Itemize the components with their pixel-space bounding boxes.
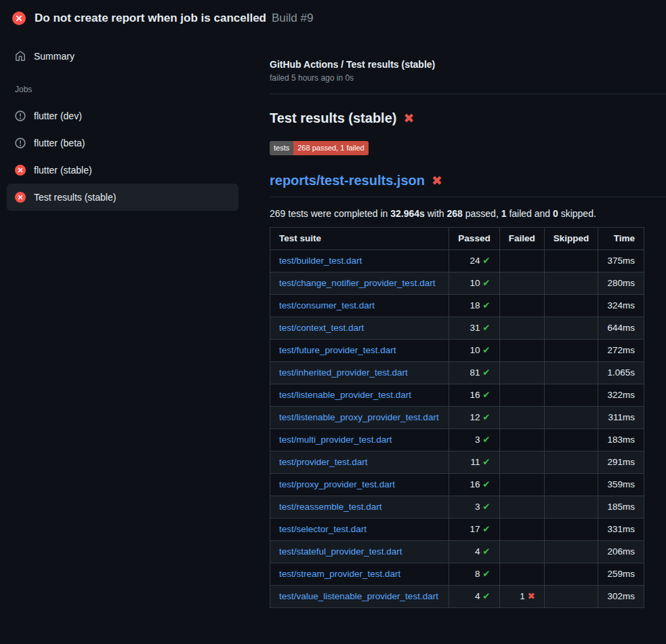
x-circle-icon bbox=[15, 165, 26, 176]
skipped-cell bbox=[544, 362, 598, 384]
suite-cell: test/reassemble_test.dart bbox=[270, 496, 449, 519]
test-suite-link[interactable]: test/inherited_provider_test.dart bbox=[279, 367, 408, 378]
passed-check-icon: ✔ bbox=[482, 546, 490, 557]
time-cell: 359ms bbox=[598, 474, 644, 496]
test-suite-link[interactable]: test/consumer_test.dart bbox=[279, 300, 375, 310]
table-row: test/future_provider_test.dart10 ✔272ms bbox=[270, 340, 644, 362]
skipped-cell bbox=[544, 273, 598, 295]
passed-cell: 16 ✔ bbox=[449, 384, 499, 407]
count-value: 16 bbox=[470, 479, 483, 489]
test-suite-link[interactable]: test/future_provider_test.dart bbox=[279, 345, 396, 355]
section-title-text: Test results (stable) bbox=[270, 110, 396, 126]
test-suite-link[interactable]: test/selector_test.dart bbox=[279, 524, 367, 534]
test-suite-link[interactable]: test/builder_test.dart bbox=[279, 256, 362, 266]
passed-check-icon: ✔ bbox=[482, 323, 490, 333]
failed-cell bbox=[499, 317, 544, 340]
test-suite-link[interactable]: test/context_test.dart bbox=[279, 323, 364, 333]
count-value: 8 bbox=[475, 569, 482, 579]
passed-check-icon: ✔ bbox=[482, 300, 490, 310]
failed-x-icon: ✖ bbox=[403, 112, 414, 125]
sidebar-item-flutter-beta[interactable]: flutter (beta) bbox=[7, 129, 238, 157]
sidebar-item-test-results-stable[interactable]: Test results (stable) bbox=[7, 184, 238, 211]
skipped-cell bbox=[544, 451, 598, 474]
summary-fragment: passed, bbox=[463, 208, 501, 219]
test-suite-link[interactable]: test/value_listenable_provider_test.dart bbox=[279, 591, 438, 601]
exclamation-circle-icon bbox=[15, 110, 26, 121]
report-title: reports/test-results.json ✖ bbox=[270, 173, 666, 197]
time-cell: 183ms bbox=[598, 429, 644, 451]
suite-cell: test/future_provider_test.dart bbox=[270, 340, 449, 362]
time-cell: 1.065s bbox=[598, 362, 644, 384]
count-value: 4 bbox=[475, 546, 482, 557]
count-value: 10 bbox=[470, 278, 483, 288]
test-suite-link[interactable]: test/stateful_provider_test.dart bbox=[279, 546, 402, 557]
passed-cell: 10 ✔ bbox=[449, 340, 499, 362]
col-skipped: Skipped bbox=[544, 228, 598, 250]
passed-check-icon: ✔ bbox=[482, 457, 490, 467]
count-value: 24 bbox=[470, 256, 483, 266]
x-circle-icon bbox=[15, 192, 26, 203]
page-title: Do not create report when job is cancell… bbox=[35, 12, 313, 25]
test-suite-link[interactable]: test/change_notifier_provider_test.dart bbox=[279, 278, 435, 288]
time-cell: 280ms bbox=[598, 273, 644, 295]
test-suite-link[interactable]: test/proxy_provider_test.dart bbox=[279, 479, 395, 489]
passed-check-icon: ✔ bbox=[482, 569, 490, 579]
tests-badge: tests 268 passed, 1 failed bbox=[270, 141, 369, 155]
passed-cell: 31 ✔ bbox=[449, 317, 499, 340]
home-icon bbox=[15, 51, 26, 62]
sidebar-item-summary[interactable]: Summary bbox=[7, 43, 238, 70]
test-suite-link[interactable]: test/multi_provider_test.dart bbox=[279, 435, 392, 445]
build-number: Build #9 bbox=[272, 12, 313, 25]
count-value: 3 bbox=[475, 502, 482, 512]
time-cell: 644ms bbox=[598, 317, 644, 340]
report-link[interactable]: reports/test-results.json bbox=[270, 173, 425, 188]
summary-fragment: skipped. bbox=[558, 208, 596, 219]
job-label: flutter (beta) bbox=[34, 138, 85, 148]
test-suite-link[interactable]: test/listenable_provider_test.dart bbox=[279, 390, 411, 400]
passed-cell: 3 ✔ bbox=[449, 496, 499, 519]
passed-check-icon: ✔ bbox=[482, 278, 490, 288]
time-cell: 375ms bbox=[598, 250, 644, 273]
skipped-cell bbox=[544, 429, 598, 451]
failed-cell bbox=[499, 295, 544, 317]
failed-cell bbox=[499, 340, 544, 362]
table-row: test/stream_provider_test.dart8 ✔259ms bbox=[270, 563, 644, 586]
skipped-cell bbox=[544, 519, 598, 541]
table-header-row: Test suite Passed Failed Skipped Time bbox=[270, 228, 644, 250]
passed-check-icon: ✔ bbox=[482, 591, 490, 601]
table-row: test/proxy_provider_test.dart16 ✔359ms bbox=[270, 474, 644, 496]
test-suite-link[interactable]: test/listenable_proxy_provider_test.dart bbox=[279, 412, 439, 422]
summary-fragment: failed and bbox=[507, 208, 554, 219]
badge-label: tests bbox=[270, 141, 293, 155]
time-cell: 302ms bbox=[598, 586, 644, 608]
passed-check-icon: ✔ bbox=[482, 390, 490, 400]
passed-check-icon: ✔ bbox=[482, 479, 490, 489]
table-row: test/inherited_provider_test.dart81 ✔1.0… bbox=[270, 362, 644, 384]
failed-cell bbox=[499, 496, 544, 519]
main-content: GitHub Actions / Test results (stable) f… bbox=[247, 33, 666, 608]
sidebar-item-flutter-dev[interactable]: flutter (dev) bbox=[7, 102, 238, 129]
summary-fragment: 268 bbox=[447, 208, 463, 219]
passed-cell: 81 ✔ bbox=[449, 362, 499, 384]
skipped-cell bbox=[544, 340, 598, 362]
failed-cell bbox=[499, 250, 544, 273]
failed-cell bbox=[499, 474, 544, 496]
test-suite-link[interactable]: test/reassemble_test.dart bbox=[279, 502, 382, 512]
time-cell: 185ms bbox=[598, 496, 644, 519]
failed-cell bbox=[499, 362, 544, 384]
test-suite-link[interactable]: test/stream_provider_test.dart bbox=[279, 569, 400, 579]
failed-cell bbox=[499, 273, 544, 295]
passed-cell: 17 ✔ bbox=[449, 519, 499, 541]
table-row: test/change_notifier_provider_test.dart1… bbox=[270, 273, 644, 295]
time-cell: 322ms bbox=[598, 384, 644, 407]
passed-check-icon: ✔ bbox=[482, 412, 490, 422]
skipped-cell bbox=[544, 250, 598, 273]
badge-row: tests 268 passed, 1 failed bbox=[270, 141, 666, 155]
summary-label: Summary bbox=[34, 51, 75, 62]
passed-cell: 4 ✔ bbox=[449, 541, 499, 563]
test-suite-link[interactable]: test/provider_test.dart bbox=[279, 457, 368, 467]
passed-cell: 24 ✔ bbox=[449, 250, 499, 273]
count-value: 10 bbox=[470, 345, 483, 355]
table-row: test/provider_test.dart11 ✔291ms bbox=[270, 451, 644, 474]
sidebar-item-flutter-stable[interactable]: flutter (stable) bbox=[7, 157, 238, 184]
